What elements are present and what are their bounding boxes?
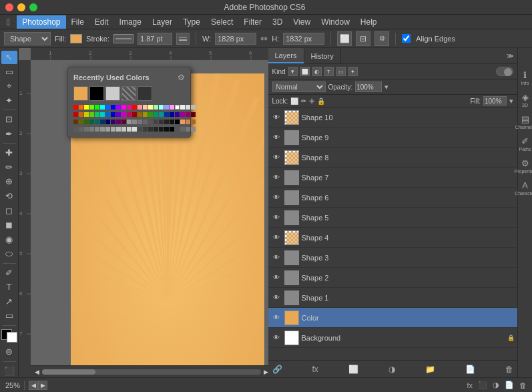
- color-swatch[interactable]: [164, 105, 169, 110]
- color-swatch[interactable]: [73, 112, 78, 117]
- color-swatch[interactable]: [132, 112, 137, 117]
- tool-history[interactable]: ⟲: [1, 190, 17, 203]
- panel-icon-3d[interactable]: ◈ 3D: [519, 90, 532, 110]
- color-swatch[interactable]: [159, 105, 164, 110]
- fill-color-swatch[interactable]: [70, 34, 82, 43]
- color-swatch[interactable]: [138, 120, 142, 124]
- panel-icon-properties[interactable]: ⚙ Properties: [519, 156, 532, 176]
- color-swatch[interactable]: [170, 120, 174, 124]
- path-align-btn[interactable]: ⊟: [356, 31, 370, 46]
- layer-fx-btn[interactable]: fx: [312, 365, 318, 374]
- layer-item[interactable]: 👁 Shape 5: [268, 208, 518, 228]
- scroll-left-btn[interactable]: ◀: [35, 369, 39, 375]
- color-swatch[interactable]: [164, 120, 169, 124]
- stroke-size-input[interactable]: [138, 33, 172, 45]
- color-swatch[interactable]: [127, 105, 131, 110]
- status-nav-left[interactable]: ◀: [29, 381, 38, 390]
- panel-expand-btn[interactable]: ≫: [503, 52, 517, 59]
- color-swatch[interactable]: [175, 112, 180, 117]
- color-swatch[interactable]: [186, 105, 190, 110]
- window-controls[interactable]: [0, 3, 37, 11]
- color-swatch[interactable]: [127, 127, 131, 132]
- color-swatch[interactable]: [100, 105, 105, 110]
- color-swatch[interactable]: [95, 120, 99, 124]
- stroke-options-btn[interactable]: [176, 33, 190, 45]
- menu-help[interactable]: Help: [355, 15, 382, 29]
- layer-item-color[interactable]: 👁 Color: [268, 308, 518, 328]
- tool-pen[interactable]: ✐: [1, 266, 17, 279]
- color-swatch[interactable]: [100, 127, 105, 132]
- color-swatch[interactable]: [191, 127, 196, 132]
- status-adjustment-icon[interactable]: ◑: [493, 381, 499, 389]
- lock-transparent-btn[interactable]: ⬜: [290, 97, 298, 105]
- color-swatch[interactable]: [73, 120, 78, 124]
- lock-all-btn[interactable]: 🔒: [317, 97, 325, 105]
- tool-marquee[interactable]: ▭: [1, 65, 17, 79]
- status-nav-right[interactable]: ▶: [38, 381, 47, 390]
- color-swatch[interactable]: [180, 127, 185, 132]
- apple-menu[interactable]: : [0, 17, 17, 27]
- menu-view[interactable]: View: [288, 15, 316, 29]
- path-arrange-btn[interactable]: ⚙: [374, 31, 389, 46]
- tool-crop[interactable]: ⊡: [1, 113, 17, 126]
- layer-group-btn[interactable]: 📁: [425, 365, 435, 374]
- color-swatch[interactable]: [89, 112, 94, 117]
- layer-visibility-btn[interactable]: 👁: [271, 292, 282, 303]
- color-swatch[interactable]: [111, 105, 115, 110]
- layer-item[interactable]: 👁 Shape 9: [268, 128, 518, 148]
- color-swatch[interactable]: [105, 120, 110, 124]
- color-swatch[interactable]: [84, 112, 89, 117]
- layer-visibility-btn[interactable]: 👁: [271, 152, 282, 163]
- filter-smart-icon[interactable]: ✦: [348, 67, 358, 76]
- width-input[interactable]: [215, 33, 256, 45]
- link-dimensions-btn[interactable]: ⇔: [260, 33, 268, 43]
- color-swatch[interactable]: [164, 112, 169, 117]
- lock-paint-btn[interactable]: ✏: [301, 97, 306, 105]
- layer-item[interactable]: 👁 Shape 1: [268, 288, 518, 308]
- color-swatch[interactable]: [116, 120, 121, 124]
- color-swatch[interactable]: [121, 112, 126, 117]
- layer-link-btn[interactable]: 🔗: [272, 365, 282, 374]
- recent-swatch-darkgray[interactable]: [138, 86, 152, 101]
- panel-icon-channels[interactable]: ▤ Channels: [519, 112, 532, 132]
- tab-layers[interactable]: Layers: [268, 48, 304, 63]
- tab-history[interactable]: History: [304, 48, 341, 63]
- tool-healing[interactable]: ✚: [1, 146, 17, 160]
- filter-dropdown-btn[interactable]: ▾: [288, 67, 298, 76]
- canvas-scrollbar-h[interactable]: ◀ ▶: [31, 365, 268, 377]
- layer-visibility-btn[interactable]: 👁: [271, 192, 282, 203]
- recent-swatch-orange[interactable]: [73, 86, 88, 101]
- layer-visibility-btn[interactable]: 👁: [271, 252, 282, 263]
- tool-clone[interactable]: ⊕: [1, 175, 17, 188]
- menu-photoshop[interactable]: Photoshop: [17, 15, 65, 29]
- color-swatch[interactable]: [154, 127, 158, 132]
- color-swatch[interactable]: [100, 120, 105, 124]
- layer-new-btn[interactable]: 📄: [465, 365, 475, 374]
- color-swatch[interactable]: [73, 127, 78, 132]
- color-swatch[interactable]: [154, 112, 158, 117]
- background-color[interactable]: [7, 332, 17, 343]
- color-swatch[interactable]: [79, 120, 83, 124]
- color-swatch[interactable]: [170, 127, 174, 132]
- layer-visibility-btn[interactable]: 👁: [271, 333, 282, 343]
- stroke-preview[interactable]: [113, 34, 134, 43]
- color-swatch[interactable]: [111, 120, 115, 124]
- color-swatch[interactable]: [105, 127, 110, 132]
- color-swatch[interactable]: [138, 105, 142, 110]
- scroll-right-btn[interactable]: ▶: [264, 369, 268, 375]
- color-swatch[interactable]: [159, 112, 164, 117]
- filter-shape-icon[interactable]: ▭: [336, 67, 346, 76]
- close-button[interactable]: [5, 3, 13, 11]
- menu-window[interactable]: Window: [316, 15, 355, 29]
- color-swatch[interactable]: [170, 112, 174, 117]
- color-swatch[interactable]: [89, 120, 94, 124]
- color-swatch[interactable]: [148, 127, 153, 132]
- status-new-layer-icon[interactable]: 📄: [505, 381, 514, 389]
- layer-delete-btn[interactable]: 🗑: [505, 365, 513, 374]
- tool-gradient[interactable]: ◼: [1, 218, 17, 232]
- color-swatch[interactable]: [132, 105, 137, 110]
- color-swatch[interactable]: [180, 120, 185, 124]
- menu-select[interactable]: Select: [206, 15, 238, 29]
- align-edges-checkbox[interactable]: [402, 34, 411, 43]
- opacity-arrow[interactable]: ▾: [384, 83, 388, 91]
